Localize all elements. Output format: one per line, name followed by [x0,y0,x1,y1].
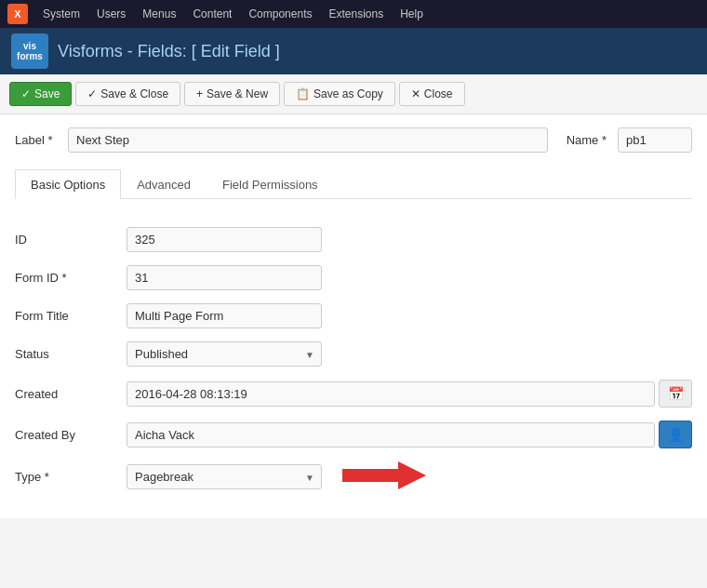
type-field: Pagebreak Text Textarea Email [127,461,692,496]
svg-marker-0 [342,461,426,489]
created-field-with-btn: 📅 [127,380,692,408]
visforms-logo: vis forms [11,33,48,69]
save-new-button[interactable]: + Save & New [184,82,280,106]
top-navigation: X System Users Menus Content Components … [0,0,707,28]
page-title: Visforms - Fields: [ Edit Field ] [58,42,280,61]
nav-help[interactable]: Help [393,4,431,24]
close-icon: ✕ [411,87,420,100]
nav-system[interactable]: System [35,4,87,24]
user-icon: 👤 [668,427,684,442]
created-by-field-with-btn: 👤 [127,421,692,448]
created-by-field: 👤 [127,421,692,452]
save-close-button[interactable]: ✓ Save & Close [75,82,180,106]
tab-basic-options[interactable]: Basic Options [15,169,121,199]
joomla-logo: X [7,4,28,24]
basic-options-form: ID Form ID * Form Title Status [15,218,692,505]
label-field-label: Label * [15,133,57,147]
nav-content[interactable]: Content [185,4,239,24]
type-row: Type * Pagebreak Text Textarea Email [15,461,692,496]
nav-users[interactable]: Users [89,4,133,24]
created-label: Created [15,380,127,411]
name-field-label: Name * [567,133,607,147]
id-input[interactable] [127,227,322,252]
status-label: Status [15,341,127,370]
form-title-input[interactable] [127,303,322,328]
status-select[interactable]: Published Unpublished [127,341,322,367]
name-field-container [618,127,692,153]
tabs-bar: Basic Options Advanced Field Permissions [15,169,692,199]
header-bar: vis forms Visforms - Fields: [ Edit Fiel… [0,28,707,74]
form-id-input[interactable] [127,265,322,290]
save-copy-button[interactable]: 📋 Save as Copy [284,82,395,106]
name-input[interactable] [618,127,692,153]
calendar-icon: 📅 [668,386,684,401]
label-field-container [68,127,548,153]
main-content: Label * Name * Basic Options Advanced Fi… [0,114,707,518]
user-select-button[interactable]: 👤 [659,421,692,448]
arrow-annotation [342,461,426,492]
nav-extensions[interactable]: Extensions [321,4,391,24]
form-id-label: Form ID * [15,265,127,294]
created-by-row: Created By 👤 [15,421,692,452]
form-title-row: Form Title [15,303,692,332]
created-by-label: Created By [15,421,127,452]
created-input[interactable] [127,381,655,407]
save-copy-icon: 📋 [296,87,310,100]
form-id-row: Form ID * [15,265,692,294]
nav-menus[interactable]: Menus [135,4,183,24]
label-input[interactable] [68,127,548,153]
save-new-icon: + [196,87,203,100]
type-select[interactable]: Pagebreak Text Textarea Email [127,464,322,489]
tab-advanced[interactable]: Advanced [121,169,207,199]
label-name-row: Label * Name * [15,127,692,153]
form-title-label: Form Title [15,303,127,332]
form-id-field [127,265,692,294]
created-by-input[interactable] [127,422,655,448]
toolbar: ✓ Save ✓ Save & Close + Save & New 📋 Sav… [0,74,707,114]
save-close-icon: ✓ [87,87,97,100]
id-label: ID [15,227,127,256]
status-select-wrapper: Published Unpublished [127,341,322,367]
arrow-icon [342,461,426,489]
created-row: Created 📅 [15,380,692,411]
calendar-button[interactable]: 📅 [659,380,692,408]
type-select-wrapper: Pagebreak Text Textarea Email [127,464,322,489]
id-field [127,227,692,256]
form-title-field [127,303,692,332]
id-row: ID [15,227,692,256]
save-icon: ✓ [21,87,31,100]
type-label: Type * [15,461,127,496]
created-field: 📅 [127,380,692,411]
status-row: Status Published Unpublished [15,341,692,370]
close-button[interactable]: ✕ Close [399,82,465,106]
tab-field-permissions[interactable]: Field Permissions [207,169,334,199]
save-button[interactable]: ✓ Save [9,82,72,106]
status-field: Published Unpublished [127,341,692,370]
nav-components[interactable]: Components [241,4,319,24]
